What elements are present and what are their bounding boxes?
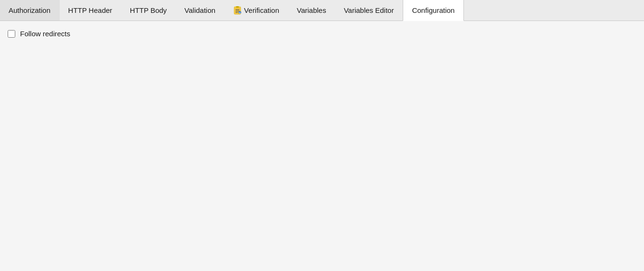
tab-label-validation: Validation xyxy=(184,6,215,14)
follow-redirects-row: Follow redirects xyxy=(8,30,636,38)
verification-icon: g xyxy=(233,6,242,15)
svg-text:g: g xyxy=(239,11,240,13)
tab-authorization[interactable]: Authorization xyxy=(0,0,60,21)
tab-variables-editor[interactable]: Variables Editor xyxy=(335,0,403,21)
tab-label-authorization: Authorization xyxy=(9,6,51,14)
tab-label-variables: Variables xyxy=(297,6,326,14)
follow-redirects-checkbox[interactable] xyxy=(8,30,15,38)
tab-variables[interactable]: Variables xyxy=(288,0,335,21)
tab-validation[interactable]: Validation xyxy=(176,0,225,21)
tab-label-http-body: HTTP Body xyxy=(130,6,167,14)
tab-http-header[interactable]: HTTP Header xyxy=(60,0,121,21)
tab-label-variables-editor: Variables Editor xyxy=(344,6,394,14)
follow-redirects-label[interactable]: Follow redirects xyxy=(20,30,70,38)
tab-label-http-header: HTTP Header xyxy=(68,6,112,14)
content-area: Follow redirects xyxy=(0,21,644,271)
svg-rect-1 xyxy=(236,6,239,8)
tab-configuration[interactable]: Configuration xyxy=(403,0,463,21)
tab-http-body[interactable]: HTTP Body xyxy=(121,0,176,21)
tab-label-configuration: Configuration xyxy=(412,6,454,14)
tab-label-verification: Verification xyxy=(244,6,279,14)
tab-bar: AuthorizationHTTP HeaderHTTP BodyValidat… xyxy=(0,0,644,21)
tab-verification[interactable]: g Verification xyxy=(225,0,288,21)
